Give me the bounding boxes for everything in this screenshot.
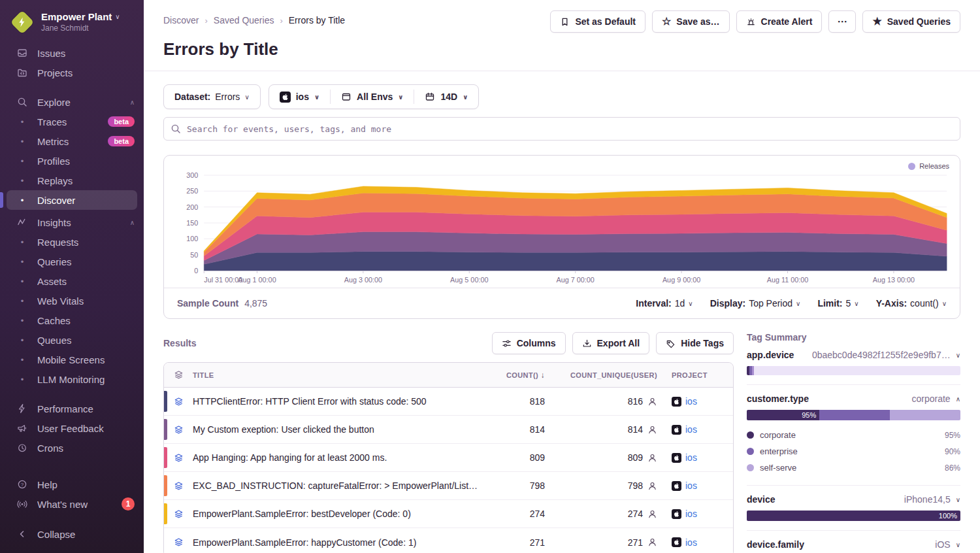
bullet-icon: • [16,117,29,127]
project-selector[interactable]: ios ∨ [269,85,330,109]
more-options-button[interactable]: ⋯ [828,10,856,33]
sidebar-item-profiles[interactable]: • Profiles [0,151,144,171]
sidebar-item-whats-new[interactable]: What's new 1 [0,494,144,514]
sidebar-collapse-button[interactable]: Collapse [0,524,144,544]
chart-legend-releases[interactable]: Releases [908,162,949,170]
ios-project-icon [280,92,291,103]
tag-toggle-device[interactable]: device iPhone14,5 ∨ [747,494,960,505]
column-header-count-unique[interactable]: COUNT_UNIQUE(USER) [559,371,670,379]
export-all-button[interactable]: Export All [572,332,650,354]
clock-icon [16,443,29,453]
sidebar-item-performance[interactable]: Performance [0,399,144,418]
table-row[interactable]: HTTPClientError: HTTP Client Error with … [164,388,733,416]
saved-queries-button[interactable]: ★ Saved Queries [862,10,960,33]
chevron-down-icon: ∨ [398,93,403,101]
sidebar-item-caches[interactable]: •Caches [0,310,144,330]
layers-icon[interactable] [164,397,193,407]
set-as-default-button[interactable]: Set as Default [550,10,645,33]
project-link[interactable]: ios [685,424,697,435]
display-selector[interactable]: Display:Top Period∨ [710,298,801,309]
yaxis-selector[interactable]: Y-Axis:count()∨ [876,298,947,309]
sidebar-item-queries[interactable]: •Queries [0,252,144,271]
breadcrumb: Discover › Saved Queries › Errors by Tit… [163,10,345,25]
layers-icon[interactable] [164,537,193,547]
tag-toggle-app-device[interactable]: app.device 0baebc0de4982f1255f2e9e9fb7… … [747,350,960,360]
sidebar-item-discover[interactable]: • Discover [7,190,137,210]
sidebar-item-user-feedback[interactable]: User Feedback [0,418,144,438]
sidebar-item-queues[interactable]: •Queues [0,330,144,350]
environment-selector[interactable]: All Envs ∨ [331,85,414,109]
sidebar-item-requests[interactable]: •Requests [0,232,144,252]
sidebar-item-traces[interactable]: • Traces beta [0,112,144,131]
sliders-icon [502,339,512,348]
project-link[interactable]: ios [685,452,697,463]
sidebar-item-crons[interactable]: Crons [0,438,144,458]
search-input[interactable] [163,117,960,141]
tag-distribution-bar[interactable]: 95% [747,410,960,420]
user-icon [647,425,657,435]
error-title[interactable]: EXC_BAD_INSTRUCTION: captureFatalError: … [193,480,487,491]
layers-icon[interactable] [164,370,193,380]
limit-selector[interactable]: Limit:5∨ [817,298,858,309]
count-unique-value: 271 [628,537,643,548]
layers-icon[interactable] [164,509,193,519]
error-title[interactable]: HTTPClientError: HTTP Client Error with … [193,396,487,407]
sidebar-item-metrics[interactable]: • Metrics beta [0,131,144,151]
sidebar-item-assets[interactable]: •Assets [0,271,144,291]
sidebar-item-projects[interactable]: Projects [0,63,144,82]
error-title[interactable]: EmpowerPlant.SampleError: bestDeveloper … [193,509,487,519]
sidebar-item-llm-monitoring[interactable]: •LLM Monitoring [0,369,144,389]
tag-value-row[interactable]: corporate 95% [747,427,960,443]
tag-value-row[interactable]: enterprise 90% [747,443,960,460]
layers-icon[interactable] [164,453,193,463]
create-alert-button[interactable]: Create Alert [736,10,823,33]
hide-tags-button[interactable]: Hide Tags [656,332,734,354]
date-range-selector[interactable]: 14D ∨ [414,85,478,109]
sidebar-group-explore[interactable]: Explore ∧ [0,92,144,112]
column-header-project[interactable]: PROJECT [670,371,733,379]
interval-selector[interactable]: Interval:1d∨ [636,298,693,309]
column-header-title[interactable]: TITLE [193,371,487,379]
table-row[interactable]: EmpowerPlant.SampleError: bestDeveloper … [164,500,733,528]
svg-text:Aug 3 00:00: Aug 3 00:00 [344,276,382,284]
layers-icon[interactable] [164,425,193,435]
page-filter-group: ios ∨ All Envs ∨ 14D ∨ [269,84,480,109]
table-row[interactable]: EmpowerPlant.SampleError: happyCustomer … [164,528,733,553]
user-icon [647,453,657,463]
layers-icon[interactable] [164,481,193,491]
error-title[interactable]: EmpowerPlant.SampleError: happyCustomer … [193,537,487,548]
column-header-count[interactable]: COUNT() ↓ [487,371,559,380]
breadcrumb-saved-queries[interactable]: Saved Queries [214,15,274,25]
svg-text:100: 100 [186,235,198,243]
columns-button[interactable]: Columns [492,332,566,354]
table-row[interactable]: App Hanging: App hanging for at least 20… [164,444,733,472]
sidebar-item-mobile-screens[interactable]: •Mobile Screens [0,350,144,369]
tag-toggle-customer-type[interactable]: customer.type corporate ∧ [747,394,960,404]
org-switcher[interactable]: Empower Plant∨ Jane Schmidt [0,8,144,43]
sidebar-item-web-vitals[interactable]: •Web Vitals [0,291,144,310]
save-as-button[interactable]: ☆ Save as… [652,10,730,33]
empower-plant-logo-icon [10,10,35,35]
dataset-selector[interactable]: Dataset: Errors ∨ [163,84,261,109]
bullet-icon: • [16,355,29,365]
breadcrumb-discover[interactable]: Discover [163,15,199,25]
sample-count-value: 4,875 [244,298,267,309]
error-title[interactable]: My Custom exeption: User clicked the but… [193,424,487,435]
tag-toggle-device-family[interactable]: device.family iOS ∨ [747,539,960,550]
project-link[interactable]: ios [685,396,697,407]
table-row[interactable]: My Custom exeption: User clicked the but… [164,416,733,444]
chevron-down-icon: ∨ [115,13,120,21]
project-link[interactable]: ios [685,509,697,519]
tag-distribution-bar[interactable] [747,366,960,375]
project-link[interactable]: ios [685,537,697,548]
project-link[interactable]: ios [685,480,697,491]
table-row[interactable]: EXC_BAD_INSTRUCTION: captureFatalError: … [164,472,733,500]
sidebar-group-insights[interactable]: Insights ∧ [0,212,144,232]
sidebar-item-replays[interactable]: • Replays [0,171,144,190]
tag-distribution-bar[interactable]: 100% [747,511,960,521]
sidebar-item-issues[interactable]: Issues [0,43,144,63]
tag-top-value: iPhone14,5 [781,494,951,505]
tag-value-row[interactable]: self-serve 86% [747,460,960,476]
error-title[interactable]: App Hanging: App hanging for at least 20… [193,452,487,463]
sidebar-item-help[interactable]: ? Help [0,475,144,494]
